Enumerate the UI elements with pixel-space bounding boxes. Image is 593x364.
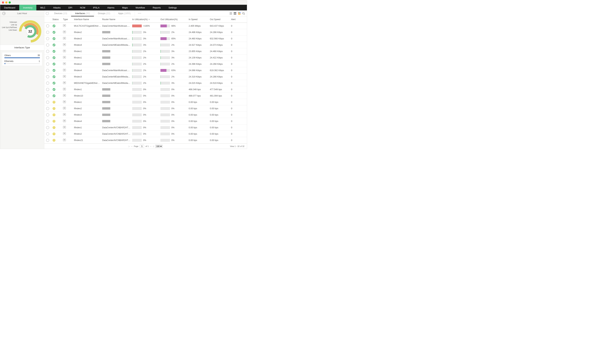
row-checkbox[interactable] — [46, 126, 49, 129]
utilization-cell: 0% — [132, 139, 159, 142]
status-ok-icon — [52, 62, 56, 66]
search-icon[interactable] — [242, 12, 245, 15]
nav-ncm[interactable]: NCM — [76, 5, 89, 10]
nav-settings[interactable]: Settings — [165, 5, 181, 10]
tab-interfaces[interactable]: Interfaces (32) — [71, 10, 94, 16]
row-checkbox[interactable] — [46, 56, 49, 59]
interface-type-item[interactable]: Ethernets1 — [2, 59, 42, 65]
grid-view-icon[interactable] — [234, 12, 237, 15]
table-row[interactable]: IfIndex1 0% 0% 0.00 bps 0.00 bps 0 — [44, 99, 247, 105]
nav-ipsla[interactable]: IPSLA — [89, 5, 104, 10]
nav-reports[interactable]: Reports — [149, 5, 165, 10]
interfaces-type-header: Interfaces Type — [0, 45, 44, 51]
page-prev-icon[interactable]: ‹‹ — [131, 145, 132, 147]
row-checkbox[interactable] — [46, 132, 49, 136]
table-row[interactable]: MEDIANETGigabitEthernetm... DataCenterME… — [44, 80, 247, 86]
nav-attacks[interactable]: Attacks — [49, 5, 65, 10]
window-minimize-icon[interactable] — [5, 1, 7, 4]
row-checkbox[interactable] — [46, 50, 49, 53]
tab-count: (13) — [63, 12, 67, 15]
col-header[interactable]: Status — [52, 18, 63, 21]
col-header[interactable]: Type — [63, 18, 74, 21]
table-row[interactable]: IfIndex4 DataCenterMainMulticast.m... 2%… — [44, 67, 247, 74]
nav-wlc[interactable]: WLC — [36, 5, 49, 10]
row-checkbox[interactable] — [46, 101, 49, 104]
utilization-cell: 65% — [160, 37, 187, 40]
row-checkbox[interactable] — [46, 82, 49, 85]
legend-item: Link Down — [2, 29, 17, 31]
table-row[interactable]: IfIndex10 0% 0% 488.077 bps 481.094 bps … — [44, 93, 247, 99]
table-row[interactable]: IfIndex4 DataCenterMElabv9Mediane... 3% … — [44, 42, 247, 48]
table-row[interactable]: IfIndex3 DataCenterMainMulticast.m... 3%… — [44, 35, 247, 42]
interfaces-type-list: Others35 Ethernets1 — [2, 52, 42, 66]
row-checkbox[interactable] — [46, 43, 49, 46]
page-input[interactable] — [140, 145, 144, 148]
utilization-cell: 0% — [132, 94, 159, 97]
table-row[interactable]: MULTICASTGigabitEthernet... DataCenterMa… — [44, 23, 247, 29]
nav-inventory[interactable]: Inventory — [19, 5, 36, 10]
router-name — [102, 88, 132, 91]
table-row[interactable]: IfIndex1 2% 3% 23.855 Kibps 24.460 Kibps… — [44, 48, 247, 54]
col-header[interactable]: Interface Name — [74, 18, 102, 21]
row-checkbox[interactable] — [46, 107, 49, 110]
table-row[interactable]: IfIndex2 2% 2% 24.398 Kibps 24.268 Kibps… — [44, 61, 247, 67]
table-row[interactable]: IfIndex21 DataCenterAVCNBAR2HTTP... 0% 0… — [44, 137, 247, 143]
interface-type-icon — [63, 82, 66, 84]
row-checkbox[interactable] — [46, 37, 49, 40]
col-header[interactable]: Router Name — [102, 18, 132, 21]
page-size-select[interactable]: 100 — [155, 145, 163, 148]
table-row[interactable]: IfIndex3 0% 0% 0.00 bps 0.00 bps 0 — [44, 112, 247, 118]
table-row[interactable]: IfIndex2 DataCenterAVCNBAR2HTTP... 0% 0%… — [44, 131, 247, 137]
router-name: DataCenterMainMulticast.m... — [102, 69, 132, 72]
table-row[interactable]: IfIndex1 2% 3% 24.139 Kibps 24.422 Kibps… — [44, 54, 247, 61]
utilization-cell: 0% — [132, 126, 159, 129]
row-checkbox[interactable] — [46, 94, 49, 98]
table-row[interactable]: IfIndex1 0% 0% 468.348 bps 477.549 bps 0 — [44, 86, 247, 93]
window-zoom-icon[interactable] — [9, 1, 11, 4]
table-row[interactable]: IfIndex2 3% 2% 24.496 Kibps 24.266 Kibps… — [44, 29, 247, 35]
chart-view-icon[interactable] — [238, 12, 241, 15]
nav-dpi[interactable]: DPI — [65, 5, 76, 10]
nav-workflow[interactable]: Workflow — [132, 5, 149, 10]
col-header[interactable]: Alert — [231, 18, 242, 21]
row-checkbox[interactable] — [46, 88, 49, 91]
tab-devices[interactable]: Devices (13) — [50, 10, 71, 16]
interface-type-item[interactable]: Others35 — [2, 53, 42, 59]
page-first-icon[interactable]: |‹ — [129, 145, 130, 147]
nav-dashboard[interactable]: Dashboard — [0, 5, 19, 10]
row-checkbox[interactable] — [46, 69, 49, 72]
table-row[interactable]: IfIndex3 DataCenterMElabv9Mediane... 2% … — [44, 74, 247, 80]
row-checkbox[interactable] — [46, 24, 49, 27]
row-checkbox[interactable] — [46, 31, 49, 34]
row-checkbox[interactable] — [46, 120, 49, 123]
tab-apps[interactable]: Apps (1855) — [114, 10, 135, 16]
row-checkbox[interactable] — [46, 62, 49, 66]
time-range-selector[interactable]: Last Hour — [0, 10, 44, 16]
page-next-icon[interactable]: ›› — [150, 145, 151, 147]
row-checkbox[interactable] — [46, 75, 49, 78]
svg-rect-41 — [54, 127, 54, 128]
col-header[interactable]: In Speed — [189, 18, 210, 21]
list-view-icon[interactable] — [229, 12, 232, 15]
interface-type-icon — [63, 107, 66, 109]
table-row[interactable]: IfIndex4 0% 0% 0.00 bps 0.00 bps 0 — [44, 118, 247, 124]
table-row[interactable]: IfIndex1 DataCenterAVCNBAR2HTTP... 0% 0%… — [44, 124, 247, 131]
col-header[interactable]: In Utilization(%) — [132, 18, 160, 21]
nav-alarms[interactable]: Alarms — [104, 5, 118, 10]
table-row[interactable]: IfIndex2 0% 0% 0.00 bps 0.00 bps 0 — [44, 105, 247, 112]
svg-rect-8 — [234, 13, 235, 14]
utilization-cell: 2% — [160, 75, 187, 78]
in-speed: 468.348 bps — [189, 88, 210, 91]
tab-groups[interactable]: Groups (22) — [94, 10, 114, 16]
select-all-checkbox[interactable] — [46, 12, 49, 15]
nav-maps[interactable]: Maps — [118, 5, 132, 10]
svg-rect-9 — [235, 13, 236, 14]
col-header[interactable]: Out Speed — [210, 18, 231, 21]
row-checkbox[interactable] — [46, 139, 49, 142]
more-actions-icon[interactable]: ••• — [135, 12, 145, 15]
interface-name: IfIndex2 — [74, 133, 102, 135]
window-close-icon[interactable] — [2, 1, 4, 4]
page-last-icon[interactable]: ›| — [153, 145, 154, 147]
row-checkbox[interactable] — [46, 113, 49, 117]
col-header[interactable]: Out Utilization(%) — [160, 18, 189, 21]
